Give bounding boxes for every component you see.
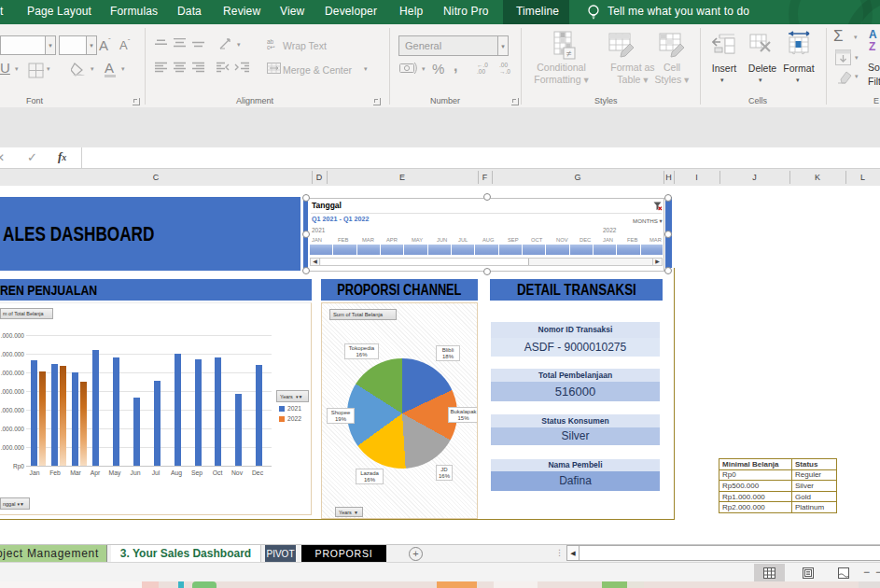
svg-text:≠: ≠: [566, 49, 572, 59]
svg-text:c↩: c↩: [267, 44, 275, 49]
